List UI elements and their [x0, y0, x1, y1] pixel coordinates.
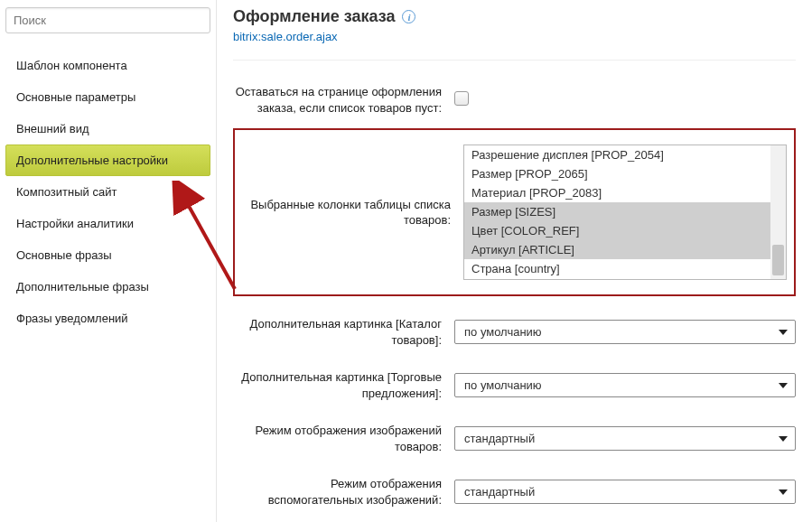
highlight-frame: Выбранные колонки таблицы списка товаров… [233, 128, 796, 296]
label-image-mode: Режим отображения изображений товаров: [233, 423, 454, 454]
columns-multiselect[interactable]: Разрешение дисплея [PROP_2054]Размер [PR… [463, 144, 787, 280]
column-option-0[interactable]: Разрешение дисплея [PROP_2054] [464, 145, 786, 164]
label-catalog-image: Дополнительная картинка [Каталог товаров… [233, 316, 454, 348]
checkbox-stay-on-page[interactable] [454, 91, 469, 106]
label-offers-image: Дополнительная картинка [Торговые предло… [233, 369, 454, 401]
row-aux-image-mode: Режим отображения вспомогательных изобра… [233, 465, 796, 518]
column-option-1[interactable]: Размер [PROP_2065] [464, 164, 786, 183]
sidebar-item-0[interactable]: Шаблон компонента [5, 50, 210, 81]
label-columns: Выбранные колонки таблицы списка товаров… [242, 197, 463, 228]
select-aux-image-mode[interactable]: стандартный [454, 480, 796, 504]
row-columns: Выбранные колонки таблицы списка товаров… [242, 139, 787, 285]
search-input[interactable] [5, 7, 210, 33]
sidebar-item-2[interactable]: Внешний вид [5, 113, 210, 144]
sidebar-item-3[interactable]: Дополнительные настройки [5, 144, 210, 176]
chevron-down-icon [779, 330, 788, 335]
column-option-4[interactable]: Цвет [COLOR_REF] [464, 221, 786, 240]
row-catalog-image: Дополнительная картинка [Каталог товаров… [233, 305, 796, 359]
scrollbar-track[interactable] [770, 145, 786, 279]
column-option-6[interactable]: Страна [country] [464, 259, 786, 278]
sidebar-item-1[interactable]: Основные параметры [5, 81, 210, 113]
column-option-5[interactable]: Артикул [ARTICLE] [464, 240, 786, 259]
sidebar-item-5[interactable]: Настройки аналитики [5, 208, 210, 239]
select-value: стандартный [464, 485, 535, 499]
sidebar-item-4[interactable]: Композитный сайт [5, 176, 210, 208]
row-image-mode: Режим отображения изображений товаров: с… [233, 412, 796, 465]
sidebar-item-6[interactable]: Основные фразы [5, 239, 210, 271]
sidebar: Шаблон компонентаОсновные параметрыВнешн… [0, 0, 217, 522]
component-name: bitrix:sale.order.ajax [233, 30, 796, 43]
select-offers-image[interactable]: по умолчанию [454, 373, 796, 397]
sidebar-nav: Шаблон компонентаОсновные параметрыВнешн… [5, 42, 210, 334]
label-stay-on-page: Оставаться на странице оформления заказа… [233, 84, 454, 116]
select-catalog-image[interactable]: по умолчанию [454, 320, 796, 344]
sidebar-item-8[interactable]: Фразы уведомлений [5, 303, 210, 334]
select-value: по умолчанию [464, 378, 542, 392]
divider [233, 60, 796, 61]
select-value: по умолчанию [464, 325, 542, 339]
scrollbar-thumb[interactable] [772, 245, 784, 275]
label-aux-image-mode: Режим отображения вспомогательных изобра… [233, 476, 454, 508]
row-offers-image: Дополнительная картинка [Торговые предло… [233, 359, 796, 412]
search-wrap [5, 7, 210, 33]
column-option-3[interactable]: Размер [SIZES] [464, 202, 786, 221]
select-value: стандартный [464, 432, 535, 445]
chevron-down-icon [779, 383, 788, 388]
chevron-down-icon [779, 436, 788, 442]
info-icon[interactable]: i [402, 10, 415, 23]
page-title: Оформление заказа [233, 7, 395, 26]
chevron-down-icon [779, 489, 788, 495]
row-stay-on-page: Оставаться на странице оформления заказа… [233, 73, 796, 126]
main-panel: Оформление заказа i bitrix:sale.order.aj… [217, 0, 812, 522]
column-option-2[interactable]: Материал [PROP_2083] [464, 183, 786, 202]
sidebar-item-7[interactable]: Дополнительные фразы [5, 271, 210, 303]
select-image-mode[interactable]: стандартный [454, 426, 796, 451]
